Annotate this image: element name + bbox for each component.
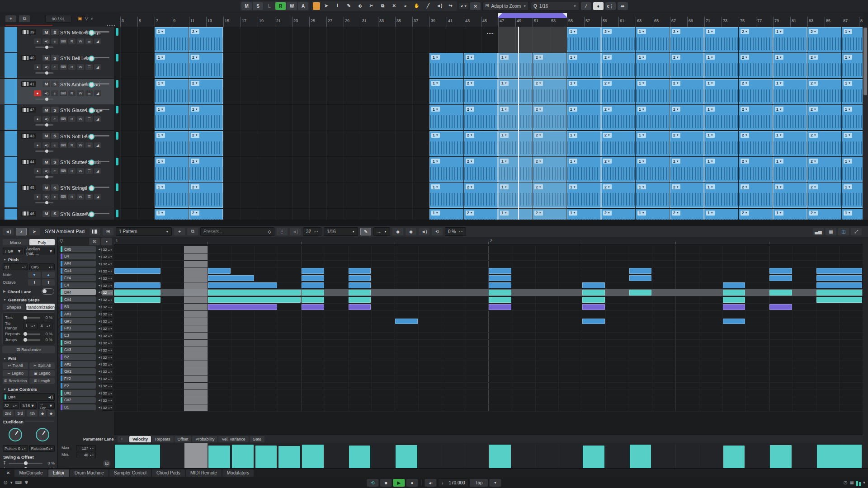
pattern-badge[interactable]: 2▼ — [741, 81, 749, 86]
pattern-badge[interactable]: 2▼ — [603, 133, 612, 138]
midi-clip[interactable]: 1▼ — [773, 27, 807, 52]
note-step[interactable] — [349, 282, 371, 288]
automation-r-button[interactable]: R — [275, 2, 286, 10]
tie-range-field[interactable]: 4▲▼ — [39, 323, 53, 329]
meter-view-icon[interactable]: ▃▅ — [813, 228, 824, 235]
pattern-badge[interactable]: 1▼ — [637, 107, 646, 112]
note-down-button[interactable]: ▼ — [28, 272, 41, 278]
velocity-bar[interactable] — [302, 445, 324, 468]
pattern-badge[interactable]: 1▼ — [431, 133, 440, 138]
velocity-bar[interactable] — [255, 446, 277, 468]
midi-clip[interactable]: 1▼ — [429, 79, 463, 104]
pattern-badge[interactable]: 2▼ — [741, 107, 749, 112]
lock-icon[interactable]: ▣ — [78, 16, 82, 21]
tab-editor[interactable]: Editor — [48, 469, 69, 477]
lane-step-count[interactable]: 32▲▼ — [102, 376, 113, 382]
pattern-badge[interactable]: 1▼ — [156, 55, 165, 60]
midi-clip[interactable]: 2▼ — [189, 53, 223, 78]
monitor-button[interactable]: ◄) — [42, 168, 50, 174]
note-step[interactable] — [769, 290, 792, 296]
instrument-button[interactable]: ⌨ — [60, 194, 67, 200]
midi-clip[interactable]: 2▼ — [670, 183, 704, 208]
midi-clip[interactable]: 2▼ — [464, 183, 498, 208]
midi-clip[interactable]: 1▼ — [567, 53, 601, 78]
nudge-right-button[interactable]: ◆ — [406, 228, 416, 235]
pattern-badge[interactable]: 1▼ — [706, 159, 715, 164]
rotation-field[interactable]: Rotation0▲▼ — [29, 445, 55, 452]
pattern-badge[interactable]: 2▼ — [741, 159, 749, 164]
pattern-badge[interactable]: 2▼ — [741, 133, 749, 138]
pattern-badge[interactable]: 1▼ — [775, 107, 783, 112]
output-mini-fader[interactable] — [35, 72, 53, 74]
lane-speaker-icon[interactable]: ◄) — [98, 391, 102, 394]
midi-clip[interactable]: 1▼ — [842, 27, 863, 52]
root-note-combo[interactable]: ♪ G#▼ — [3, 248, 23, 254]
volume-control[interactable] — [83, 160, 109, 163]
object-select-tool[interactable]: ➤ — [321, 2, 331, 10]
instrument-button[interactable]: ⌨ — [60, 168, 67, 174]
lane-chip[interactable]: B3 — [61, 304, 96, 310]
tab-chord-pads[interactable]: Chord Pads — [152, 469, 185, 477]
midi-clip[interactable]: 2▼ — [807, 53, 841, 78]
slider-track[interactable] — [24, 317, 40, 319]
midi-clip[interactable]: 1▼ — [636, 183, 670, 208]
note-step[interactable] — [302, 297, 324, 303]
automation-s-button[interactable]: S — [253, 2, 263, 10]
velocity-bar[interactable] — [770, 445, 792, 468]
midi-clip[interactable]: 1▼ — [636, 157, 670, 182]
midi-clip[interactable]: 1▼ — [842, 53, 863, 78]
track-row[interactable]: 39MSSYN Mello Strings●◄)e⌨RW☰◢ — [0, 27, 114, 53]
pattern-badge[interactable]: 1▼ — [706, 55, 715, 60]
read-button[interactable]: R — [68, 168, 75, 174]
volume-slider[interactable] — [89, 109, 109, 110]
scale-combo[interactable]: Aeolian (nat. ...▼ — [24, 248, 55, 254]
note-step[interactable] — [816, 275, 863, 281]
lane-speaker-icon[interactable]: ◄) — [98, 370, 102, 373]
midi-clip[interactable]: 1▼ — [155, 157, 189, 182]
solo-button[interactable]: S — [51, 159, 59, 165]
midi-clip[interactable]: 2▼ — [807, 131, 841, 156]
midi-clip[interactable]: 1▼ — [567, 27, 601, 52]
pattern-badge[interactable]: 2▼ — [603, 211, 612, 216]
midi-clip[interactable]: 1▼ — [636, 27, 670, 52]
lane-chip[interactable]: C#4 — [61, 296, 96, 302]
lane-speaker-icon[interactable]: ◄) — [98, 312, 102, 315]
record-arm-button[interactable]: ● — [34, 168, 41, 174]
midi-clip[interactable]: 1▼ — [842, 79, 863, 104]
nudge-left-button[interactable]: ◆ — [392, 228, 403, 235]
note-step[interactable] — [114, 297, 160, 303]
edit-header[interactable]: ▼Edit — [3, 356, 54, 361]
lane-chip[interactable]: E3 — [61, 333, 96, 338]
duplicate-track-button[interactable]: ⧉ — [19, 15, 30, 22]
velocity-lane[interactable] — [114, 443, 863, 468]
volume-control[interactable] — [83, 212, 109, 215]
tab-modulators[interactable]: Modulators — [222, 469, 254, 477]
output-mini-fader[interactable] — [35, 150, 53, 152]
pulses-field[interactable]: Pulses0▲▼ — [3, 445, 28, 452]
pattern-badge[interactable]: 1▼ — [569, 107, 577, 112]
lane-chip[interactable]: C#3 — [61, 347, 96, 353]
edit-channel-button[interactable]: e — [51, 194, 58, 200]
midi-clip[interactable]: 2▼ — [807, 79, 841, 104]
midi-clip[interactable]: 2▼ — [601, 27, 635, 52]
stop-button[interactable]: ■ — [380, 479, 392, 487]
lane-chip[interactable]: C#2 — [61, 397, 96, 403]
mute-tool[interactable]: ✕ — [389, 2, 399, 10]
tab-drum-machine[interactable]: Drum Machine — [70, 469, 108, 477]
lane-chip[interactable]: B2 — [61, 354, 96, 360]
midi-clip[interactable]: 2▼ — [739, 157, 773, 182]
lane-step-count[interactable]: 32▲▼ — [102, 282, 113, 289]
pattern-badge[interactable]: 1▼ — [844, 81, 852, 86]
read-button[interactable]: R — [68, 90, 75, 96]
midi-clip[interactable]: 2▼ — [739, 27, 773, 52]
volume-control[interactable] — [83, 82, 109, 85]
midi-clip[interactable]: 1▼ — [429, 183, 463, 208]
pattern-badge[interactable]: 2▼ — [466, 55, 474, 60]
lane-step-count[interactable]: 32▲▼ — [102, 333, 113, 339]
output-mini-fader[interactable] — [35, 202, 53, 203]
record-arm-button[interactable]: ● — [34, 116, 41, 122]
lane-step-count[interactable]: 32▲▼ — [102, 268, 113, 274]
lane-step-count[interactable]: 32▲▼ — [102, 290, 113, 296]
presets-field[interactable]: Presets...◇ — [200, 227, 274, 236]
close-icon[interactable]: ✕ — [6, 471, 10, 475]
